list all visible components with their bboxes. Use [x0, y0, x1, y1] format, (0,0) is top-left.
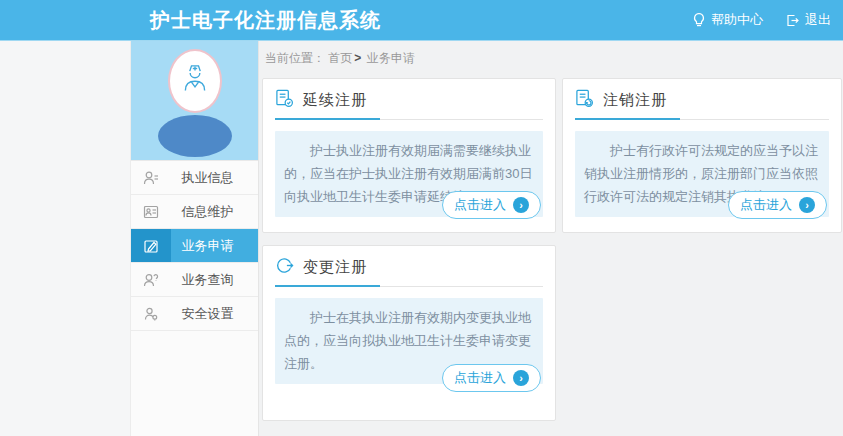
sidebar-item-business-application[interactable]: 业务申请 [131, 229, 258, 263]
help-center-button[interactable]: 帮助中心 [692, 11, 763, 29]
sidebar-item-info-maintenance[interactable]: 信息维护 [131, 195, 258, 229]
sidebar: 执业信息 信息维护 [131, 41, 259, 436]
card-header: 注销注册 [575, 89, 829, 111]
card-change-registration: 变更注册 护士在其执业注册有效期内变更执业地点的，应当向拟执业地卫生计生委申请变… [262, 245, 556, 421]
logout-icon [785, 13, 800, 28]
enter-button-label: 点击进入 [454, 196, 506, 214]
sidebar-item-business-query[interactable]: 业务查询 [131, 263, 258, 297]
help-center-label: 帮助中心 [711, 11, 763, 29]
user-name-placeholder [158, 115, 232, 157]
sidebar-item-label: 业务查询 [171, 263, 258, 296]
profile-panel [131, 41, 258, 160]
edit-icon [131, 229, 171, 262]
enter-button-label: 点击进入 [740, 196, 792, 214]
card-title-underline [575, 117, 829, 120]
app-window: 护士电子化注册信息系统 帮助中心 [0, 0, 843, 436]
breadcrumb-prefix: 当前位置： [265, 51, 325, 65]
document-renew-icon [275, 89, 294, 112]
sidebar-menu: 执业信息 信息维护 [131, 160, 258, 331]
header-actions: 帮助中心 退出 [692, 0, 831, 40]
card-title: 注销注册 [603, 91, 667, 110]
arrow-right-icon: › [513, 370, 529, 386]
left-gutter [0, 41, 131, 436]
change-circle-icon [275, 256, 294, 279]
document-cancel-icon [575, 89, 594, 112]
sidebar-item-practice-info[interactable]: 执业信息 [131, 161, 258, 195]
card-header: 延续注册 [275, 89, 543, 111]
main-content: 当前位置： 首页> 业务申请 延续注册 护士执业注册有效期届满需 [259, 41, 843, 436]
header-bar: 护士电子化注册信息系统 帮助中心 [0, 0, 843, 41]
breadcrumb-home-link[interactable]: 首页 [328, 51, 352, 65]
breadcrumb-current: 业务申请 [367, 51, 415, 65]
arrow-right-icon: › [513, 197, 529, 213]
person-question-icon [131, 263, 171, 296]
sidebar-item-security-settings[interactable]: 安全设置 [131, 297, 258, 331]
avatar [168, 49, 222, 113]
enter-button[interactable]: 点击进入 › [442, 364, 541, 392]
lightbulb-icon [692, 12, 706, 28]
enter-button-label: 点击进入 [454, 369, 506, 387]
card-title: 变更注册 [303, 258, 367, 277]
card-title: 延续注册 [303, 91, 367, 110]
nurse-icon [181, 62, 209, 100]
card-renew-registration: 延续注册 护士执业注册有效期届满需要继续执业的，应当在护士执业注册有效期届满前3… [262, 78, 556, 233]
card-title-underline [275, 117, 543, 120]
enter-button[interactable]: 点击进入 › [442, 191, 541, 219]
enter-button[interactable]: 点击进入 › [728, 191, 827, 219]
breadcrumb-separator: > [354, 51, 361, 65]
app-title: 护士电子化注册信息系统 [150, 0, 381, 40]
sidebar-item-label: 信息维护 [171, 195, 258, 228]
card-header: 变更注册 [275, 256, 543, 278]
id-card-icon [131, 195, 171, 228]
person-lock-icon [131, 297, 171, 330]
breadcrumb: 当前位置： 首页> 业务申请 [265, 50, 415, 67]
sidebar-item-label: 执业信息 [171, 161, 258, 194]
logout-button[interactable]: 退出 [785, 11, 831, 29]
sidebar-item-label: 业务申请 [171, 229, 258, 262]
card-cancel-registration: 注销注册 护士有行政许可法规定的应当予以注销执业注册情形的，原注册部门应当依照行… [562, 78, 842, 233]
card-title-underline [275, 284, 543, 287]
logout-label: 退出 [805, 11, 831, 29]
person-lines-icon [131, 161, 171, 194]
sidebar-item-label: 安全设置 [171, 297, 258, 330]
arrow-right-icon: › [799, 197, 815, 213]
